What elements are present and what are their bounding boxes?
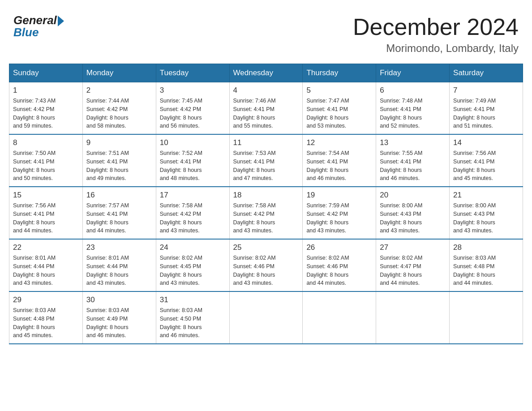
calendar-header-friday: Friday (376, 64, 450, 82)
calendar-cell: 21 Sunrise: 8:00 AMSunset: 4:43 PMDaylig… (450, 187, 523, 239)
month-title: December 2024 (353, 13, 519, 40)
day-info: Sunrise: 7:58 AMSunset: 4:42 PMDaylight:… (160, 201, 226, 235)
day-info: Sunrise: 7:55 AMSunset: 4:41 PMDaylight:… (380, 149, 446, 183)
calendar-cell: 2 Sunrise: 7:44 AMSunset: 4:42 PMDayligh… (82, 82, 156, 135)
day-number: 22 (13, 243, 79, 252)
calendar-cell: 26 Sunrise: 8:02 AMSunset: 4:46 PMDaylig… (303, 239, 376, 291)
day-info: Sunrise: 8:00 AMSunset: 4:43 PMDaylight:… (380, 201, 446, 235)
calendar-cell (229, 291, 303, 344)
day-number: 5 (306, 86, 372, 95)
calendar-cell: 17 Sunrise: 7:58 AMSunset: 4:42 PMDaylig… (156, 187, 229, 239)
day-number: 24 (160, 243, 226, 252)
day-info: Sunrise: 7:52 AMSunset: 4:41 PMDaylight:… (160, 149, 226, 183)
calendar-cell: 23 Sunrise: 8:01 AMSunset: 4:44 PMDaylig… (82, 239, 156, 291)
day-number: 14 (453, 138, 519, 147)
day-number: 16 (86, 191, 152, 200)
day-info: Sunrise: 7:59 AMSunset: 4:42 PMDaylight:… (306, 201, 372, 235)
day-number: 7 (453, 86, 519, 95)
calendar-cell: 3 Sunrise: 7:45 AMSunset: 4:42 PMDayligh… (156, 82, 229, 135)
calendar-cell: 11 Sunrise: 7:53 AMSunset: 4:41 PMDaylig… (229, 134, 303, 187)
calendar-cell (303, 291, 376, 344)
day-info: Sunrise: 7:46 AMSunset: 4:41 PMDaylight:… (233, 97, 299, 130)
calendar-cell: 16 Sunrise: 7:57 AMSunset: 4:41 PMDaylig… (82, 187, 156, 239)
calendar-cell: 1 Sunrise: 7:43 AMSunset: 4:42 PMDayligh… (9, 82, 83, 135)
calendar-table: SundayMondayTuesdayWednesdayThursdayFrid… (9, 64, 523, 344)
day-number: 18 (233, 191, 299, 200)
day-info: Sunrise: 7:48 AMSunset: 4:41 PMDaylight:… (380, 97, 446, 130)
day-number: 8 (13, 138, 79, 147)
day-info: Sunrise: 8:03 AMSunset: 4:48 PMDaylight:… (453, 254, 519, 287)
day-info: Sunrise: 7:49 AMSunset: 4:41 PMDaylight:… (453, 97, 519, 130)
day-number: 30 (86, 295, 152, 304)
calendar-cell: 4 Sunrise: 7:46 AMSunset: 4:41 PMDayligh… (229, 82, 303, 135)
calendar-header-wednesday: Wednesday (229, 64, 303, 82)
calendar-header-tuesday: Tuesday (156, 64, 229, 82)
page-header: General Blue December 2024 Morimondo, Lo… (9, 9, 523, 55)
day-number: 9 (86, 138, 152, 147)
title-block: December 2024 Morimondo, Lombardy, Italy (353, 13, 519, 55)
calendar-week-row: 29 Sunrise: 8:03 AMSunset: 4:48 PMDaylig… (9, 291, 523, 344)
logo-arrow-icon (58, 16, 64, 26)
day-info: Sunrise: 8:03 AMSunset: 4:48 PMDaylight:… (13, 306, 79, 340)
calendar-cell: 14 Sunrise: 7:56 AMSunset: 4:41 PMDaylig… (450, 134, 523, 187)
calendar-cell: 22 Sunrise: 8:01 AMSunset: 4:44 PMDaylig… (9, 239, 83, 291)
day-info: Sunrise: 7:47 AMSunset: 4:41 PMDaylight:… (306, 97, 372, 130)
day-info: Sunrise: 7:53 AMSunset: 4:41 PMDaylight:… (233, 149, 299, 183)
day-info: Sunrise: 7:44 AMSunset: 4:42 PMDaylight:… (86, 97, 152, 130)
day-info: Sunrise: 8:00 AMSunset: 4:43 PMDaylight:… (453, 201, 519, 235)
day-info: Sunrise: 8:03 AMSunset: 4:50 PMDaylight:… (160, 306, 226, 340)
calendar-week-row: 15 Sunrise: 7:56 AMSunset: 4:41 PMDaylig… (9, 187, 523, 239)
calendar-cell: 9 Sunrise: 7:51 AMSunset: 4:41 PMDayligh… (82, 134, 156, 187)
logo-blue-text: Blue (13, 26, 64, 39)
day-number: 23 (86, 243, 152, 252)
day-number: 19 (306, 191, 372, 200)
day-number: 11 (233, 138, 299, 147)
calendar-header-saturday: Saturday (450, 64, 523, 82)
day-info: Sunrise: 7:58 AMSunset: 4:42 PMDaylight:… (233, 201, 299, 235)
day-number: 20 (380, 191, 446, 200)
day-info: Sunrise: 7:45 AMSunset: 4:42 PMDaylight:… (160, 97, 226, 130)
day-number: 13 (380, 138, 446, 147)
day-info: Sunrise: 7:57 AMSunset: 4:41 PMDaylight:… (86, 201, 152, 235)
calendar-cell: 29 Sunrise: 8:03 AMSunset: 4:48 PMDaylig… (9, 291, 83, 344)
calendar-cell: 8 Sunrise: 7:50 AMSunset: 4:41 PMDayligh… (9, 134, 83, 187)
calendar-cell: 13 Sunrise: 7:55 AMSunset: 4:41 PMDaylig… (376, 134, 450, 187)
calendar-cell: 7 Sunrise: 7:49 AMSunset: 4:41 PMDayligh… (450, 82, 523, 135)
day-info: Sunrise: 7:43 AMSunset: 4:42 PMDaylight:… (13, 97, 79, 130)
calendar-header-row: SundayMondayTuesdayWednesdayThursdayFrid… (9, 64, 523, 82)
calendar-cell: 18 Sunrise: 7:58 AMSunset: 4:42 PMDaylig… (229, 187, 303, 239)
day-number: 26 (306, 243, 372, 252)
calendar-week-row: 22 Sunrise: 8:01 AMSunset: 4:44 PMDaylig… (9, 239, 523, 291)
day-info: Sunrise: 8:02 AMSunset: 4:47 PMDaylight:… (380, 254, 446, 287)
calendar-cell: 20 Sunrise: 8:00 AMSunset: 4:43 PMDaylig… (376, 187, 450, 239)
calendar-week-row: 1 Sunrise: 7:43 AMSunset: 4:42 PMDayligh… (9, 82, 523, 135)
calendar-cell: 12 Sunrise: 7:54 AMSunset: 4:41 PMDaylig… (303, 134, 376, 187)
day-number: 4 (233, 86, 299, 95)
day-number: 1 (13, 86, 79, 95)
day-info: Sunrise: 8:02 AMSunset: 4:46 PMDaylight:… (306, 254, 372, 287)
day-number: 28 (453, 243, 519, 252)
day-number: 12 (306, 138, 372, 147)
day-number: 21 (453, 191, 519, 200)
day-info: Sunrise: 7:54 AMSunset: 4:41 PMDaylight:… (306, 149, 372, 183)
day-info: Sunrise: 7:56 AMSunset: 4:41 PMDaylight:… (453, 149, 519, 183)
day-info: Sunrise: 8:02 AMSunset: 4:46 PMDaylight:… (233, 254, 299, 287)
location-title: Morimondo, Lombardy, Italy (353, 42, 519, 55)
day-number: 27 (380, 243, 446, 252)
logo: General Blue (13, 13, 64, 39)
day-info: Sunrise: 7:50 AMSunset: 4:41 PMDaylight:… (13, 149, 79, 183)
calendar-header-thursday: Thursday (303, 64, 376, 82)
calendar-cell: 27 Sunrise: 8:02 AMSunset: 4:47 PMDaylig… (376, 239, 450, 291)
calendar-cell: 24 Sunrise: 8:02 AMSunset: 4:45 PMDaylig… (156, 239, 229, 291)
day-info: Sunrise: 8:02 AMSunset: 4:45 PMDaylight:… (160, 254, 226, 287)
day-number: 31 (160, 295, 226, 304)
calendar-header-sunday: Sunday (9, 64, 83, 82)
calendar-cell: 31 Sunrise: 8:03 AMSunset: 4:50 PMDaylig… (156, 291, 229, 344)
day-number: 10 (160, 138, 226, 147)
calendar-cell: 10 Sunrise: 7:52 AMSunset: 4:41 PMDaylig… (156, 134, 229, 187)
day-number: 25 (233, 243, 299, 252)
calendar-cell: 5 Sunrise: 7:47 AMSunset: 4:41 PMDayligh… (303, 82, 376, 135)
calendar-cell: 28 Sunrise: 8:03 AMSunset: 4:48 PMDaylig… (450, 239, 523, 291)
day-info: Sunrise: 8:03 AMSunset: 4:49 PMDaylight:… (86, 306, 152, 340)
day-number: 6 (380, 86, 446, 95)
